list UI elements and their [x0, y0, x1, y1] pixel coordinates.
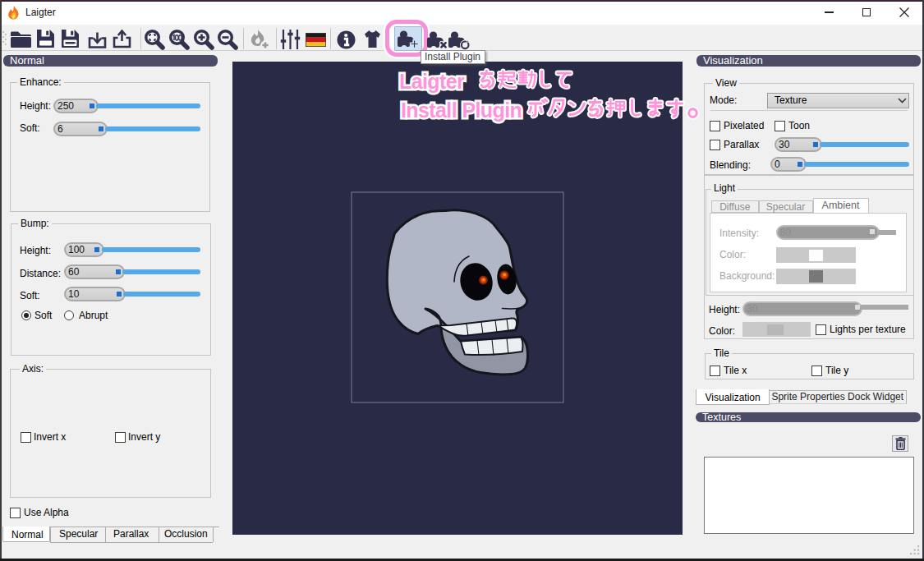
svg-text:Laigter: Laigter: [399, 70, 465, 93]
svg-text:Install Plugin: Install Plugin: [401, 99, 522, 122]
